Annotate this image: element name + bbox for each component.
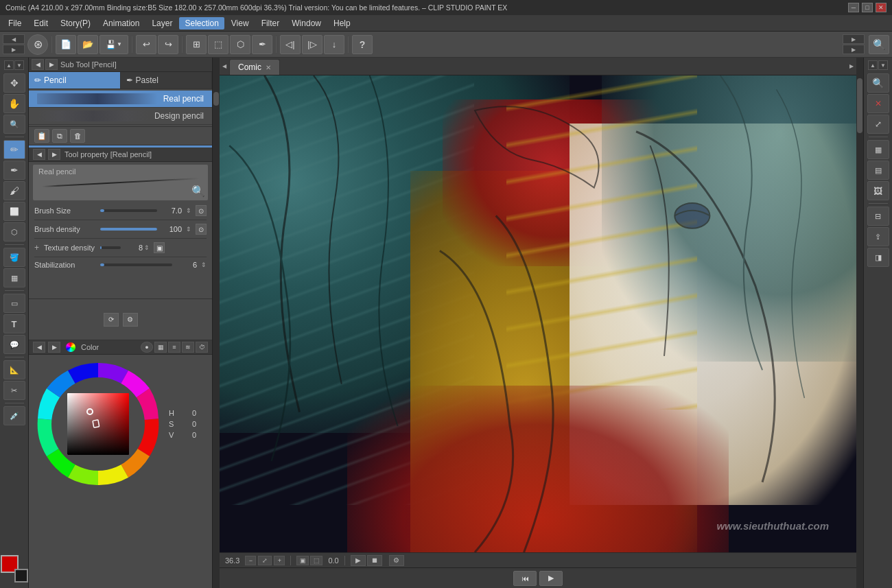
tool-ruler[interactable]: 📐 [3, 360, 25, 379]
canvas-tab-comic[interactable]: Comic ✕ [229, 59, 280, 75]
toolbar-transform-btn[interactable]: ⊞ [186, 35, 207, 54]
sub-tool-tab-pastel[interactable]: ✒ Pastel [121, 72, 213, 89]
toolbar-undo-btn[interactable]: ↩ [136, 35, 156, 54]
close-button[interactable]: ✕ [876, 3, 887, 12]
right-tool-checker[interactable]: ▦ [867, 140, 889, 159]
tool-move[interactable]: ✥ [3, 73, 25, 93]
menu-view[interactable]: View [226, 17, 255, 30]
canvas-tab-close[interactable]: ✕ [266, 64, 271, 71]
tool-pen[interactable]: ✒ [3, 161, 25, 180]
frame-icon[interactable]: ▣ [296, 556, 309, 565]
tool-speech[interactable]: 💬 [3, 335, 25, 354]
toolbar-redo-btn[interactable]: ↪ [158, 35, 178, 54]
sub-tool-delete-btn[interactable]: 🗑 [70, 129, 85, 143]
right-tool-image-material[interactable]: 🖼 [867, 181, 889, 200]
page-nav-play-film[interactable]: ▶ [539, 571, 563, 586]
rsidebar-scroll-down[interactable]: ▼ [878, 60, 888, 70]
menu-file[interactable]: File [3, 17, 27, 30]
right-tool-timeline[interactable]: ⊟ [867, 207, 889, 226]
texture-density-spin[interactable]: ⇕ [144, 244, 150, 251]
toolbar-nav-right[interactable]: |▷ [302, 35, 322, 54]
right-tool-search[interactable]: 🔍 [867, 73, 889, 93]
color-mode-sliders[interactable]: ≡ [168, 342, 180, 353]
toolbar-new-btn[interactable]: 📄 [56, 35, 76, 54]
frame-icon-2[interactable]: ⬚ [310, 556, 322, 565]
color-mode-spectrum[interactable]: ≋ [182, 342, 194, 353]
sidebar-scroll-up[interactable]: ▲ [4, 60, 14, 70]
play-btn[interactable]: ▶ [351, 555, 366, 566]
rsidebar-scroll-up[interactable]: ▲ [868, 60, 878, 70]
stabilization-slider[interactable] [100, 263, 172, 266]
tool-pencil[interactable]: ✏ [3, 140, 25, 159]
stabilization-spin[interactable]: ⇕ [201, 261, 207, 268]
panel-collapse-icon[interactable]: ▶ [45, 59, 58, 70]
tool-hand[interactable]: ✋ [3, 94, 25, 113]
tool-gradient[interactable]: ▦ [3, 268, 25, 287]
settings-btn[interactable]: ⚙ [389, 555, 404, 566]
sidebar-scroll-down[interactable]: ▼ [14, 60, 24, 70]
brush-settings-icon[interactable]: 🔍 [191, 185, 205, 198]
toolbar-scroll-right[interactable]: ▶ [3, 45, 25, 54]
brush-density-slider[interactable] [100, 228, 157, 231]
canvas-scroll-right[interactable]: ▶ [847, 58, 856, 75]
brush-size-spin[interactable]: ⇕ [186, 207, 191, 214]
tool-frame-cut[interactable]: ✂ [3, 381, 25, 400]
sub-tool-copy-btn[interactable]: ⧉ [52, 129, 67, 143]
brush-size-icon[interactable]: ⊙ [196, 205, 207, 216]
color-mode-grid[interactable]: ▦ [154, 342, 167, 353]
tool-blend[interactable]: ⬡ [3, 222, 25, 242]
tool-text[interactable]: T [3, 314, 25, 333]
toolbar-nav-left[interactable]: ◁| [280, 35, 301, 54]
tool-eraser[interactable]: ⬜ [3, 202, 25, 221]
tool-zoom-lasso[interactable]: 🔍 [3, 115, 25, 134]
settings-gear-icon[interactable]: ⚙ [123, 313, 138, 327]
menu-layer[interactable]: Layer [146, 17, 178, 30]
zoom-fit-btn[interactable]: ⤢ [258, 556, 272, 565]
settings-rotate-icon[interactable]: ⟳ [104, 313, 119, 327]
color-collapse-icon[interactable]: ▶ [48, 342, 60, 353]
toolbar-help-btn[interactable]: ? [352, 35, 373, 54]
toolbar-scroll-left[interactable]: ◀ [3, 34, 25, 44]
color-mode-circle[interactable]: ● [141, 342, 153, 353]
menu-edit[interactable]: Edit [28, 17, 54, 30]
right-tool-expand[interactable]: ⤢ [867, 115, 889, 134]
toolbar-nav-down[interactable]: ↓ [324, 35, 344, 54]
menu-animation[interactable]: Animation [97, 17, 145, 30]
texture-density-icon[interactable]: ▣ [154, 242, 165, 253]
sub-tool-add-btn[interactable]: 📋 [34, 129, 49, 143]
maximize-button[interactable]: □ [862, 3, 873, 12]
texture-density-slider[interactable] [100, 246, 121, 249]
sub-tool-design-pencil[interactable]: Design pencil [29, 108, 212, 125]
right-tool-export[interactable]: ⇪ [867, 227, 889, 246]
canvas-vscroll-thumb[interactable] [857, 78, 862, 133]
tool-figure[interactable]: ▭ [3, 294, 25, 313]
toolbar-save-dropdown[interactable]: 💾 ▼ [99, 35, 128, 54]
canvas-scroll-left[interactable]: ◀ [220, 58, 229, 75]
toolbar-open-btn[interactable]: 📂 [78, 35, 98, 54]
color-expand-icon[interactable]: ◀ [33, 342, 45, 353]
toolbar-navigator-btn[interactable]: 🔍 [869, 35, 889, 54]
panel-expand-icon[interactable]: ◀ [32, 59, 44, 70]
zoom-down-btn[interactable]: − [245, 556, 256, 565]
right-tool-layers[interactable]: ▤ [867, 161, 889, 180]
color-wheel-container[interactable] [33, 359, 163, 489]
right-tool-cross[interactable]: ✕ [867, 94, 889, 113]
minimize-button[interactable]: ─ [848, 3, 859, 12]
right-tool-material[interactable]: ◨ [867, 248, 889, 267]
tool-fill[interactable]: 🪣 [3, 248, 25, 267]
panel-scrollbar-thumb[interactable] [213, 92, 219, 106]
menu-filter[interactable]: Filter [256, 17, 285, 30]
toolbar-right-scroll-up[interactable]: ▶ [843, 34, 865, 44]
toolbar-right-scroll-down[interactable]: ▶ [843, 45, 865, 54]
background-color-swatch[interactable] [14, 569, 28, 583]
tool-eyedropper[interactable]: 💉 [3, 406, 25, 425]
menu-story[interactable]: Story(P) [55, 17, 96, 30]
menu-selection[interactable]: Selection [179, 17, 224, 30]
menu-window[interactable]: Window [286, 17, 327, 30]
tool-brush[interactable]: 🖌 [3, 181, 25, 200]
toolbar-lasso-btn[interactable]: ⬡ [230, 35, 250, 54]
tp-expand-icon[interactable]: ◀ [33, 149, 45, 160]
toolbar-material-btn[interactable]: ⊛ [27, 34, 48, 55]
menu-help[interactable]: Help [328, 17, 356, 30]
page-nav-prev-film[interactable]: ⏮ [513, 571, 537, 586]
